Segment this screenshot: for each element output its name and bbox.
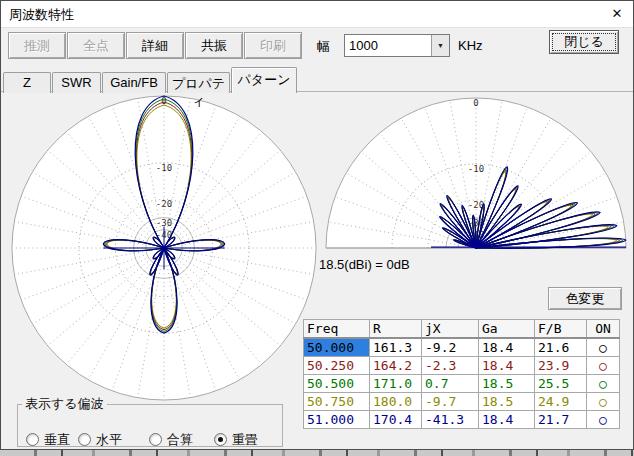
close-icon[interactable]: ✕ [601,1,633,27]
table-row[interactable]: 50.000161.3-9.218.421.6○ [304,338,620,357]
radio-label: 垂直 [44,432,70,447]
radio-vertical[interactable]: 垂直 [26,431,70,449]
radio-circle-icon[interactable] [214,433,227,446]
cell-freq[interactable]: 50.000 [304,338,370,357]
cell-fb[interactable]: 25.5 [535,375,587,393]
width-input[interactable] [347,36,431,55]
chevron-down-icon[interactable]: ▼ [431,35,449,56]
table-row[interactable]: 50.500171.00.718.525.5○ [304,375,620,393]
radio-label: 水平 [96,432,122,447]
cell-fb[interactable]: 21.7 [535,411,587,429]
tab-pattern[interactable]: パターン [231,67,297,93]
table-header-on: ON [587,320,620,339]
elevation-pattern-chart: 0-10-20-30-40 [321,95,631,253]
cell-freq[interactable]: 50.250 [304,357,370,375]
resonance-button[interactable]: 共振 [185,32,243,59]
width-label: 幅 [317,38,330,56]
cell-freq[interactable]: 50.750 [304,393,370,411]
polarization-group-label: 表示する偏波 [22,395,107,413]
cell-freq[interactable]: 51.000 [304,411,370,429]
radio-label: 重畳 [232,432,258,447]
svg-text:-30: -30 [156,218,172,228]
frequency-table[interactable]: FreqRjXGaF/BON50.000161.3-9.218.421.6○50… [303,319,620,429]
cell-on[interactable]: ○ [587,393,620,411]
tab-swr[interactable]: SWR [52,72,101,93]
radio-horizontal[interactable]: 水平 [78,431,122,449]
all-points-button: 全点 [67,32,125,59]
cell-freq[interactable]: 50.500 [304,375,370,393]
radio-label: 合算 [167,432,193,447]
svg-text:-10: -10 [156,163,172,173]
svg-text:0: 0 [473,98,478,108]
screen: 周波数特性 ✕ 推測全点詳細共振印刷 幅 ▼ KHz 閉じる ZSWRGain/… [0,0,634,456]
cell-jx[interactable]: -41.3 [422,411,479,429]
svg-text:0: 0 [161,96,166,106]
svg-text:-10: -10 [468,164,484,174]
gain-reference-text: 18.5(dBi) = 0dB [319,257,410,272]
table-row[interactable]: 50.250164.2-2.318.423.9○ [304,357,620,375]
cell-ga[interactable]: 18.4 [479,357,535,375]
table-header-ga: Ga [479,320,535,339]
table-row[interactable]: 50.750180.0-9.718.524.9○ [304,393,620,411]
cell-r[interactable]: 161.3 [370,338,422,357]
detail-button[interactable]: 詳細 [126,32,184,59]
radio-circle-icon[interactable] [78,433,91,446]
tab-property[interactable]: プロパティ [167,72,230,93]
radio-circle-icon[interactable] [149,433,162,446]
cell-ga[interactable]: 18.4 [479,338,535,357]
cell-jx[interactable]: -9.7 [422,393,479,411]
cell-ga[interactable]: 18.5 [479,393,535,411]
cell-r[interactable]: 170.4 [370,411,422,429]
window-title: 周波数特性 [9,6,74,24]
cell-fb[interactable]: 23.9 [535,357,587,375]
close-dialog-button[interactable]: 閉じる [549,30,619,54]
cell-jx[interactable]: -9.2 [422,338,479,357]
svg-text:-20: -20 [156,199,172,209]
cell-r[interactable]: 164.2 [370,357,422,375]
cell-fb[interactable]: 21.6 [535,338,587,357]
cell-ga[interactable]: 18.4 [479,411,535,429]
table-header-row: FreqRjXGaF/BON [304,320,620,339]
table-row[interactable]: 51.000170.4-41.318.421.7○ [304,411,620,429]
estimate-button: 推測 [8,32,66,59]
table-header-freq: Freq [304,320,370,339]
radio-sum[interactable]: 合算 [149,431,193,449]
unit-label: KHz [458,38,483,53]
radio-circle-icon[interactable] [26,433,39,446]
color-change-button[interactable]: 色変更 [548,287,622,310]
cell-on[interactable]: ○ [587,338,620,357]
table-header-jx: jX [422,320,479,339]
cell-fb[interactable]: 24.9 [535,393,587,411]
print-button: 印刷 [244,32,302,59]
table-header-r: R [370,320,422,339]
cell-on[interactable]: ○ [587,357,620,375]
cell-jx[interactable]: -2.3 [422,357,479,375]
title-bar: 周波数特性 ✕ [1,1,633,28]
cell-r[interactable]: 171.0 [370,375,422,393]
polarization-group: 表示する偏波 垂直水平合算重畳 [17,395,283,447]
radio-overlay[interactable]: 重畳 [214,431,258,449]
background-window-strip [0,450,634,456]
frequency-characteristics-window: 周波数特性 ✕ 推測全点詳細共振印刷 幅 ▼ KHz 閉じる ZSWRGain/… [0,0,634,450]
table-header-fb: F/B [535,320,587,339]
azimuth-pattern-chart: 0-10-20-30-40 [9,93,319,403]
tab-z[interactable]: Z [3,72,51,93]
cell-on[interactable]: ○ [587,375,620,393]
cell-r[interactable]: 180.0 [370,393,422,411]
cell-ga[interactable]: 18.5 [479,375,535,393]
cell-jx[interactable]: 0.7 [422,375,479,393]
tab-gainfb[interactable]: Gain/FB [102,72,166,93]
width-combobox[interactable]: ▼ [344,34,450,57]
cell-on[interactable]: ○ [587,411,620,429]
tab-bar: ZSWRGain/FBプロパティパターン [3,67,298,92]
